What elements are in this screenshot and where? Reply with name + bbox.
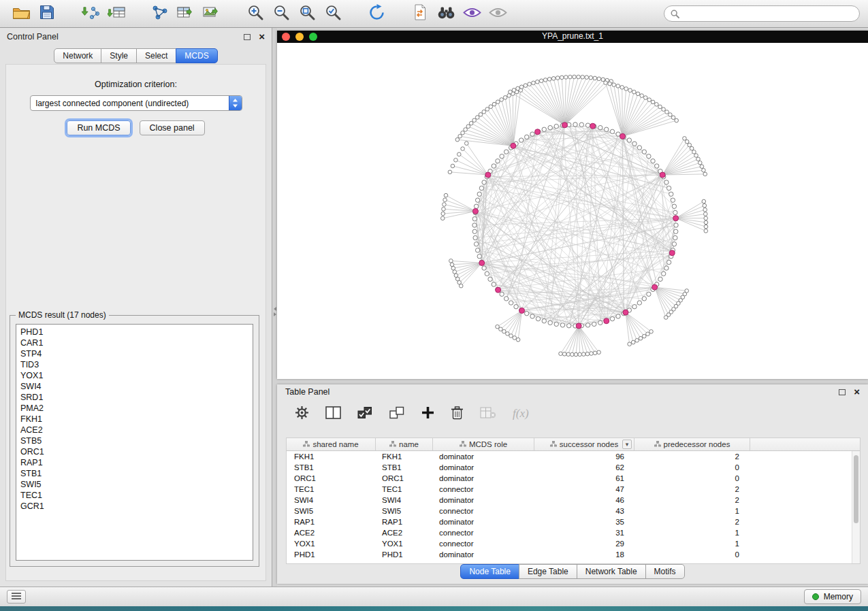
- network-node[interactable]: [482, 180, 486, 184]
- network-node[interactable]: [532, 81, 536, 85]
- import-table-button[interactable]: [103, 3, 129, 24]
- network-node[interactable]: [632, 90, 637, 94]
- network-node[interactable]: [672, 204, 676, 208]
- network-node[interactable]: [585, 352, 590, 356]
- show-panels-button[interactable]: [7, 590, 26, 604]
- network-node[interactable]: [506, 332, 510, 336]
- network-node[interactable]: [683, 137, 687, 141]
- network-node[interactable]: [530, 132, 534, 136]
- network-node[interactable]: [560, 76, 564, 80]
- network-node[interactable]: [509, 301, 513, 305]
- network-node[interactable]: [525, 135, 529, 139]
- network-node[interactable]: [573, 75, 577, 79]
- network-node[interactable]: [642, 150, 646, 154]
- network-node[interactable]: [513, 336, 517, 340]
- mcds-result-item[interactable]: TEC1: [20, 490, 248, 501]
- dominator-node[interactable]: [511, 143, 516, 148]
- network-node[interactable]: [612, 83, 616, 87]
- network-node[interactable]: [496, 159, 500, 163]
- refresh-layout-button[interactable]: [364, 3, 389, 24]
- network-node[interactable]: [608, 82, 612, 86]
- network-node[interactable]: [475, 198, 479, 202]
- network-node[interactable]: [647, 98, 652, 102]
- network-node[interactable]: [702, 199, 706, 203]
- network-node[interactable]: [675, 118, 679, 122]
- network-node[interactable]: [639, 336, 643, 340]
- search-box[interactable]: [664, 5, 860, 22]
- table-row[interactable]: ACE2ACE2connector311: [287, 527, 852, 538]
- splitter-handle[interactable]: [272, 306, 277, 318]
- network-node[interactable]: [703, 212, 707, 216]
- run-mcds-button[interactable]: Run MCDS: [67, 120, 130, 135]
- mcds-result-item[interactable]: GCR1: [20, 501, 248, 512]
- float-table-panel-button[interactable]: [839, 389, 846, 395]
- network-node[interactable]: [642, 334, 646, 338]
- network-node[interactable]: [642, 297, 646, 301]
- network-node[interactable]: [474, 204, 478, 208]
- tab-motifs[interactable]: Motifs: [645, 564, 685, 579]
- criterion-dropdown[interactable]: largest connected component (undirected): [30, 95, 242, 111]
- network-node[interactable]: [647, 292, 651, 296]
- network-node[interactable]: [669, 113, 673, 117]
- memory-button[interactable]: Memory: [804, 589, 861, 604]
- network-node[interactable]: [496, 325, 500, 329]
- network-node[interactable]: [661, 271, 665, 276]
- dominator-node[interactable]: [485, 172, 491, 178]
- network-node[interactable]: [605, 127, 609, 131]
- network-node[interactable]: [581, 75, 585, 79]
- network-node[interactable]: [525, 311, 529, 315]
- table-row[interactable]: TEC1TEC1connector472: [287, 484, 852, 495]
- column-header-predecessor-nodes[interactable]: predecessor nodes: [634, 438, 750, 450]
- network-node[interactable]: [669, 192, 673, 196]
- network-node[interactable]: [512, 88, 516, 93]
- network-node[interactable]: [516, 86, 520, 90]
- network-node[interactable]: [672, 242, 676, 246]
- network-node[interactable]: [666, 186, 671, 190]
- dominator-node[interactable]: [472, 208, 478, 214]
- mcds-result-item[interactable]: YOX1: [20, 370, 248, 381]
- save-session-button[interactable]: [34, 3, 60, 24]
- zoom-fit-button[interactable]: [294, 3, 320, 24]
- network-node[interactable]: [472, 118, 477, 122]
- mcds-result-item[interactable]: STB1: [20, 468, 248, 479]
- network-node[interactable]: [489, 105, 493, 109]
- network-node[interactable]: [556, 76, 560, 80]
- network-node[interactable]: [492, 164, 496, 168]
- hide-eye-button[interactable]: [485, 3, 511, 24]
- network-node[interactable]: [703, 172, 707, 176]
- table-row[interactable]: SWI4SWI4dominator462: [287, 495, 852, 506]
- mcds-result-item[interactable]: RAP1: [20, 457, 248, 468]
- network-node[interactable]: [519, 138, 523, 142]
- network-node[interactable]: [704, 216, 708, 220]
- network-node[interactable]: [562, 352, 566, 357]
- network-node[interactable]: [662, 108, 666, 112]
- network-node[interactable]: [578, 352, 582, 357]
- network-node[interactable]: [547, 78, 551, 82]
- dominator-node[interactable]: [652, 284, 658, 290]
- network-node[interactable]: [692, 150, 696, 154]
- network-node[interactable]: [442, 207, 446, 211]
- open-session-button[interactable]: [8, 3, 34, 24]
- network-node[interactable]: [627, 138, 631, 142]
- network-node[interactable]: [564, 76, 568, 80]
- mcds-result-item[interactable]: PMA2: [20, 403, 248, 414]
- network-node[interactable]: [443, 203, 447, 207]
- network-node[interactable]: [551, 77, 556, 81]
- network-node[interactable]: [496, 100, 500, 104]
- add-row-button[interactable]: [421, 406, 434, 422]
- network-node[interactable]: [519, 85, 524, 89]
- network-node[interactable]: [554, 124, 558, 128]
- network-node[interactable]: [637, 146, 641, 150]
- network-node[interactable]: [598, 320, 602, 325]
- mcds-result-item[interactable]: ACE2: [20, 425, 248, 435]
- network-node[interactable]: [548, 320, 552, 325]
- network-node[interactable]: [632, 305, 637, 309]
- export-network-button[interactable]: [147, 3, 173, 24]
- network-node[interactable]: [624, 87, 628, 91]
- dominator-node[interactable]: [519, 308, 525, 314]
- network-node[interactable]: [548, 125, 552, 129]
- network-node[interactable]: [581, 352, 585, 357]
- table-settings-button[interactable]: [295, 406, 309, 423]
- network-node[interactable]: [482, 266, 486, 270]
- tab-select[interactable]: Select: [136, 48, 176, 63]
